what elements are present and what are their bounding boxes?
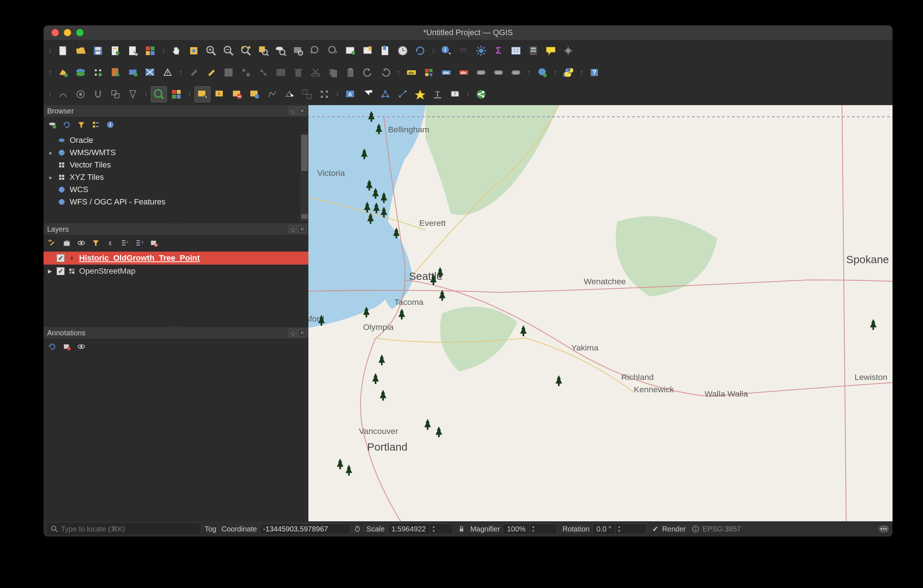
layer-row[interactable]: ▸✓OpenStreetMap (44, 265, 309, 278)
identify-button[interactable]: i (438, 43, 454, 59)
filter-icon[interactable] (76, 120, 86, 130)
select-features-button[interactable] (151, 86, 167, 102)
temporal-controller-button[interactable] (395, 43, 411, 59)
dock-button[interactable]: ◱ (289, 107, 297, 115)
form-annotation-button[interactable] (360, 86, 376, 102)
refresh-button[interactable] (412, 43, 428, 59)
split-button[interactable] (282, 86, 297, 102)
coordinate-input[interactable]: -13445903,5978967 (260, 524, 350, 534)
field-calculator-button[interactable] (526, 43, 541, 59)
locator-input[interactable] (61, 525, 196, 533)
python-console-button[interactable] (560, 64, 576, 80)
select-by-value-button[interactable]: ε (212, 86, 228, 102)
layout-manager-button[interactable] (125, 43, 141, 59)
vertex-tool-button[interactable] (255, 64, 271, 80)
deselect-all-button[interactable] (229, 86, 245, 102)
style-manager-button[interactable] (142, 43, 158, 59)
add-raster-layer-button[interactable] (72, 64, 89, 80)
avoid-intersections-button[interactable] (125, 86, 141, 102)
share-button[interactable] (473, 86, 489, 102)
toolbar-grip[interactable] (162, 44, 165, 58)
zoom-native-button[interactable] (290, 43, 306, 59)
select-by-rectangle-button[interactable] (194, 86, 210, 102)
zoom-to-selection-button[interactable] (255, 43, 271, 59)
pan-button[interactable] (168, 43, 184, 59)
toolbar-grip[interactable] (49, 44, 51, 58)
layers-tree[interactable]: ✓Historic_OldGrowth_Tree_Point▸✓OpenStre… (44, 251, 309, 278)
delete-annotation-icon[interactable] (62, 341, 72, 352)
label-toolbar-abc-button[interactable]: abc (404, 64, 419, 80)
browser-item[interactable]: Vector Tiles (44, 159, 309, 171)
toggle-extents-button[interactable]: Tog (205, 525, 216, 533)
toolbar-grip[interactable] (466, 87, 470, 102)
topological-editing-button[interactable] (107, 86, 123, 102)
toolbar-grip[interactable] (188, 87, 191, 102)
browser-item[interactable]: WFS / OGC API - Features (44, 196, 309, 208)
cut-features-button[interactable] (308, 64, 324, 80)
reshape-button[interactable] (264, 86, 280, 102)
toolbar-grip[interactable] (145, 87, 147, 102)
help-button[interactable]: ? (586, 64, 602, 80)
new-print-layout-button[interactable] (107, 43, 123, 59)
undo-button[interactable] (360, 64, 376, 80)
pin-labels-button[interactable]: abc (456, 64, 472, 80)
new-project-button[interactable] (55, 43, 71, 59)
dock-button[interactable]: ◱ (289, 225, 297, 233)
digitize-curve-button[interactable] (55, 86, 71, 102)
new-virtual-layer-button[interactable] (142, 64, 158, 80)
open-project-button[interactable] (72, 43, 89, 59)
rotate-label-button[interactable]: abc (508, 64, 524, 80)
lock-icon[interactable] (458, 525, 465, 532)
save-project-button[interactable] (90, 43, 106, 59)
line-annotation-button[interactable] (395, 86, 411, 102)
attribute-table-button[interactable] (508, 43, 524, 59)
crs-button[interactable]: EPSG:3857 (691, 524, 741, 533)
browser-item[interactable]: WCS (44, 183, 309, 196)
toolbar-grip[interactable] (432, 44, 435, 58)
highlight-label-button[interactable]: abc (438, 64, 454, 80)
new-memory-layer-button[interactable] (125, 64, 141, 80)
toolbar-grip[interactable] (49, 65, 51, 80)
diagram-button[interactable] (421, 64, 437, 80)
redo-button[interactable] (377, 64, 393, 80)
copy-features-button[interactable] (325, 64, 341, 80)
add-vector-layer-button[interactable] (55, 64, 71, 80)
enable-tracing-button[interactable] (72, 86, 89, 102)
html-annotation-button[interactable]: T (430, 86, 445, 102)
refresh-icon[interactable] (47, 341, 57, 352)
browser-item[interactable]: ▸XYZ Tiles (44, 171, 309, 183)
toolbar-grip[interactable] (580, 65, 583, 80)
close-panel-button[interactable]: ✕ (298, 225, 306, 233)
toolbar-grip[interactable] (179, 65, 182, 80)
show-hide-labels-button[interactable]: abc (473, 64, 489, 80)
snapping-button[interactable] (90, 86, 106, 102)
expand-icon[interactable]: ▸ (49, 149, 54, 156)
polygon-annotation-button[interactable] (377, 86, 393, 102)
layer-row[interactable]: ✓Historic_OldGrowth_Tree_Point (44, 252, 309, 265)
text-annotation-button[interactable]: A (343, 86, 358, 102)
statistics-button[interactable]: Σ (491, 43, 506, 59)
add-layer-icon[interactable] (47, 120, 57, 130)
render-checkbox[interactable]: ✓ Render (652, 525, 686, 533)
browser-tree[interactable]: Oracle▸WMS/WMTSVector Tiles▸XYZ TilesWCS… (44, 133, 309, 221)
browser-item[interactable]: ▸WMS/WMTS (44, 146, 309, 159)
map-canvas[interactable]: BellinghamVictoriaEverettSeattleWenatche… (309, 105, 892, 521)
close-panel-button[interactable]: ✕ (298, 329, 306, 337)
toggle-editing-button[interactable] (203, 64, 219, 80)
expand-all-icon[interactable] (120, 238, 130, 248)
manage-visibility-icon[interactable] (76, 238, 86, 248)
expand-icon[interactable]: ▸ (48, 267, 53, 276)
new-shapefile-layer-button[interactable] (90, 64, 106, 80)
save-edits-button[interactable] (220, 64, 236, 80)
new-mesh-layer-button[interactable] (159, 64, 176, 80)
filter-legend-icon[interactable] (91, 238, 101, 248)
no-action-button[interactable] (560, 43, 576, 59)
toolbar-grip[interactable] (49, 87, 51, 102)
toolbar-grip[interactable] (336, 87, 339, 102)
mouse-icon[interactable] (353, 525, 361, 533)
collapse-all-icon[interactable] (91, 120, 101, 130)
collapse-all-icon[interactable] (134, 238, 145, 248)
modify-attributes-button[interactable] (273, 64, 289, 80)
pan-to-selection-button[interactable] (186, 43, 202, 59)
add-feature-button[interactable] (238, 64, 254, 80)
